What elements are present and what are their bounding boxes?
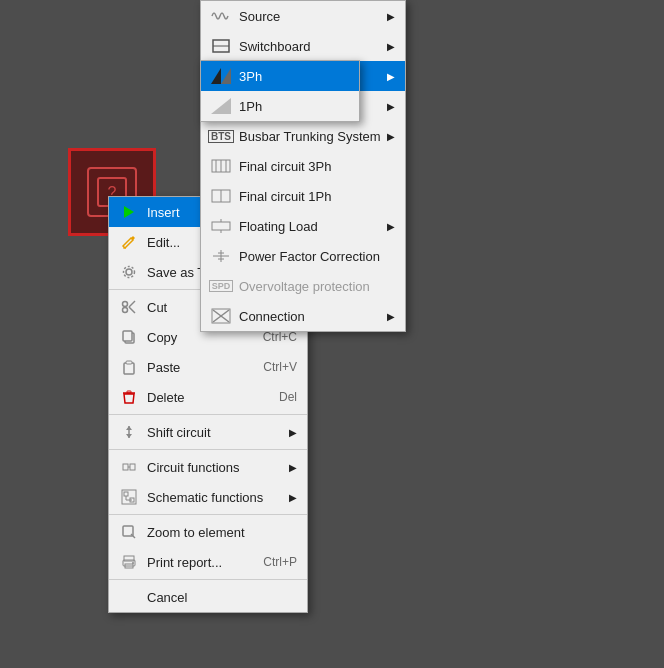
menu-item-schematic-functions[interactable]: Schematic functions ▶	[109, 482, 307, 512]
submenu-item-3ph[interactable]: 3Ph	[201, 61, 359, 91]
bts-badge: BTS	[208, 130, 234, 143]
copy-pages-icon	[121, 329, 137, 345]
svg-rect-46	[212, 222, 230, 230]
svg-marker-57	[221, 68, 231, 84]
circuit-icon	[121, 459, 137, 475]
svg-line-7	[129, 307, 135, 313]
print-icon	[119, 552, 139, 572]
svg-point-4	[126, 269, 132, 275]
overvoltage-icon: SPD	[211, 276, 231, 296]
schematic-icon	[121, 489, 137, 505]
menu-print-label: Print report...	[147, 555, 243, 570]
board-ext-arrow: ▶	[387, 101, 395, 112]
submenu-distribution-board: 3Ph 1Ph	[200, 60, 360, 122]
svg-rect-11	[123, 331, 132, 341]
submenu-item-1ph[interactable]: 1Ph	[201, 91, 359, 121]
paste-icon	[119, 357, 139, 377]
svg-marker-17	[126, 426, 132, 430]
submenu-final-1ph-label: Final circuit 1Ph	[239, 189, 395, 204]
svg-marker-58	[211, 98, 231, 114]
connection-icon	[211, 306, 231, 326]
svg-marker-56	[211, 68, 221, 84]
final-3ph-icon	[211, 156, 231, 176]
source-wave-icon	[211, 8, 231, 24]
menu-schematic-functions-label: Schematic functions	[147, 490, 283, 505]
clipboard-icon	[121, 359, 137, 375]
load-icon	[211, 218, 231, 234]
submenu-item-floating-load[interactable]: Floating Load ▶	[201, 211, 405, 241]
zoom-icon	[119, 522, 139, 542]
schematic-functions-arrow: ▶	[289, 492, 297, 503]
submenu-item-source[interactable]: Source ▶	[201, 1, 405, 31]
submenu-1ph-label: 1Ph	[239, 99, 349, 114]
busbar-icon: BTS	[211, 126, 231, 146]
menu-shift-circuit-label: Shift circuit	[147, 425, 283, 440]
svg-rect-20	[130, 464, 135, 470]
divider-4	[109, 514, 307, 515]
menu-item-circuit-functions[interactable]: Circuit functions ▶	[109, 452, 307, 482]
cut-icon	[119, 297, 139, 317]
switchboard-arrow: ▶	[387, 41, 395, 52]
divider-5	[109, 579, 307, 580]
menu-item-print[interactable]: Print report... Ctrl+P	[109, 547, 307, 577]
circuit-1ph-icon	[211, 188, 231, 204]
svg-marker-2	[124, 206, 134, 218]
save-template-icon	[119, 262, 139, 282]
paste-shortcut: Ctrl+V	[263, 360, 297, 374]
svg-line-6	[129, 301, 135, 307]
submenu-item-pfc[interactable]: Power Factor Correction	[201, 241, 405, 271]
source-arrow: ▶	[387, 11, 395, 22]
svg-marker-18	[126, 434, 132, 438]
menu-paste-label: Paste	[147, 360, 243, 375]
submenu-floating-load-label: Floating Load	[239, 219, 381, 234]
menu-item-cancel[interactable]: Cancel	[109, 582, 307, 612]
print-shortcut: Ctrl+P	[263, 555, 297, 569]
1ph-icon	[211, 96, 231, 116]
submenu-item-final-1ph[interactable]: Final circuit 1Ph	[201, 181, 405, 211]
scissors-icon	[121, 299, 137, 315]
circuit-functions-icon	[119, 457, 139, 477]
arrows-icon	[121, 424, 137, 440]
submenu-switchboard-label: Switchboard	[239, 39, 381, 54]
menu-cancel-label: Cancel	[147, 590, 297, 605]
submenu-item-final-3ph[interactable]: Final circuit 3Ph	[201, 151, 405, 181]
submenu-insert: Source ▶ Switchboard ▶ Distribution	[200, 0, 406, 332]
magnifier-icon	[121, 524, 137, 540]
menu-item-delete[interactable]: Delete Del	[109, 382, 307, 412]
submenu-connection-label: Connection	[239, 309, 381, 324]
submenu-overvoltage-label: Overvoltage protection	[239, 279, 395, 294]
switchboard-square-icon	[211, 38, 231, 54]
copy-shortcut: Ctrl+C	[263, 330, 297, 344]
submenu-item-busbar[interactable]: BTS Busbar Trunking System ▶	[201, 121, 405, 151]
3ph-db-icon	[211, 68, 231, 84]
submenu-final-3ph-label: Final circuit 3Ph	[239, 159, 395, 174]
submenu-item-overvoltage[interactable]: SPD Overvoltage protection	[201, 271, 405, 301]
svg-point-32	[132, 562, 134, 564]
connection-cross-icon	[211, 308, 231, 324]
menu-item-paste[interactable]: Paste Ctrl+V	[109, 352, 307, 382]
3ph-icon	[211, 66, 231, 86]
switchboard-icon	[211, 36, 231, 56]
svg-rect-12	[124, 363, 134, 374]
menu-item-shift-circuit[interactable]: Shift circuit ▶	[109, 417, 307, 447]
schematic-functions-icon	[119, 487, 139, 507]
circuit-functions-arrow: ▶	[289, 462, 297, 473]
delete-icon	[119, 387, 139, 407]
submenu-item-connection[interactable]: Connection ▶	[201, 301, 405, 331]
menu-circuit-functions-label: Circuit functions	[147, 460, 283, 475]
svg-rect-15	[127, 391, 131, 393]
submenu-pfc-label: Power Factor Correction	[239, 249, 395, 264]
cancel-icon	[119, 587, 139, 607]
canvas-area: Supply ? Insert ▶	[0, 0, 664, 668]
delete-shortcut: Del	[279, 390, 297, 404]
circuit-3ph-icon	[211, 158, 231, 174]
submenu-item-switchboard[interactable]: Switchboard ▶	[201, 31, 405, 61]
gear-icon	[121, 264, 137, 280]
svg-point-8	[123, 302, 128, 307]
divider-2	[109, 414, 307, 415]
submenu-source-label: Source	[239, 9, 381, 24]
floating-load-arrow: ▶	[387, 221, 395, 232]
printer-icon	[121, 554, 137, 570]
power-factor-icon	[211, 248, 231, 264]
menu-item-zoom[interactable]: Zoom to element	[109, 517, 307, 547]
